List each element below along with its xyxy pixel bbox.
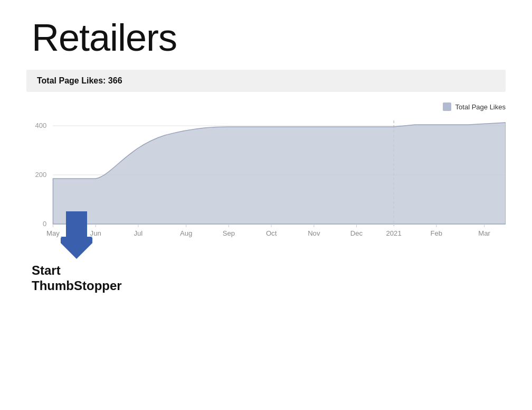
svg-text:400: 400 <box>35 122 46 129</box>
svg-text:Jul: Jul <box>134 229 142 237</box>
stats-label: Total Page Likes: 366 <box>37 76 122 85</box>
svg-text:Nov: Nov <box>308 229 320 237</box>
svg-text:200: 200 <box>35 171 46 179</box>
down-arrow-icon <box>61 211 92 259</box>
svg-text:Mar: Mar <box>478 229 490 237</box>
svg-text:2021: 2021 <box>386 229 402 237</box>
page-title: Retailers <box>0 0 532 70</box>
svg-text:Aug: Aug <box>180 229 192 237</box>
chart-fill <box>53 123 506 224</box>
svg-text:Oct: Oct <box>266 229 277 237</box>
svg-text:Feb: Feb <box>431 229 443 237</box>
svg-text:Sep: Sep <box>223 229 235 237</box>
annotation: Start ThumbStopper <box>32 211 122 294</box>
annotation-text: Start ThumbStopper <box>32 263 122 294</box>
chart-legend: Total Page Likes <box>26 102 506 111</box>
svg-text:Dec: Dec <box>350 229 363 237</box>
svg-rect-29 <box>70 211 83 239</box>
stats-bar: Total Page Likes: 366 <box>26 70 506 92</box>
legend-color-box <box>443 102 451 111</box>
legend-label: Total Page Likes <box>455 103 506 111</box>
